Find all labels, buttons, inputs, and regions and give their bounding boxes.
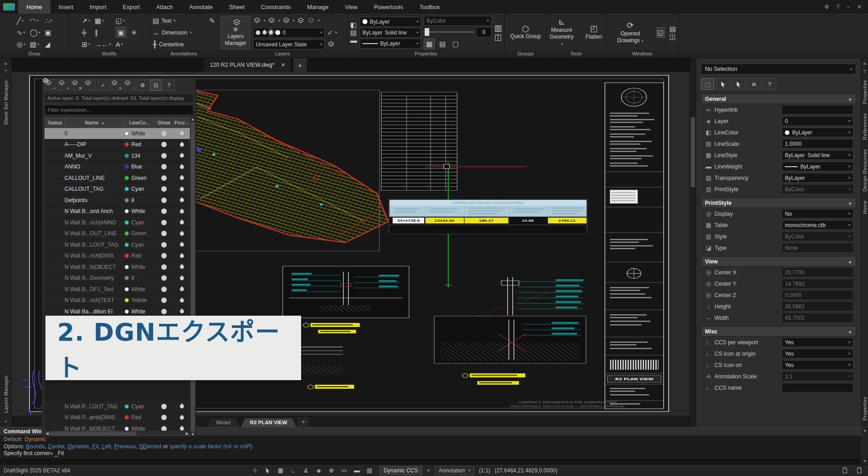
section-header-printstyle[interactable]: PrintStyle▲ <box>701 198 856 208</box>
annotation-autoscale-icon[interactable]: ▤ <box>437 39 448 50</box>
menu-powertools[interactable]: Powertools <box>366 0 411 14</box>
command-input[interactable]: : <box>0 458 861 464</box>
property-value-linestyle[interactable]: ByLayerSolid line▾ <box>782 150 853 160</box>
new-tab-button[interactable]: + <box>293 58 307 72</box>
menu-import[interactable]: Import <box>81 0 114 14</box>
layer-frozen-toggle[interactable] <box>173 198 190 202</box>
command-scrollbar[interactable]: ▲▼ <box>861 427 868 464</box>
snap-settings-icon[interactable]: ⊹ <box>250 466 260 475</box>
layer-search-icon[interactable]: ◌ <box>124 79 135 91</box>
layer-frozen-toggle[interactable] <box>173 254 190 258</box>
property-value-height[interactable]: 30.5982 <box>782 302 853 311</box>
layer-color[interactable]: White <box>124 286 154 293</box>
layer-show-toggle[interactable] <box>154 426 173 431</box>
line-tool-button[interactable]: ╱▾ <box>17 15 25 26</box>
layers-manager-tab[interactable]: Layers Manager <box>3 375 9 413</box>
pattern-tool-button[interactable]: ▦▾ <box>95 15 111 26</box>
hatch-tool-button[interactable]: ▨▾ <box>30 39 40 50</box>
layer-color[interactable]: Cyan <box>124 186 154 192</box>
layer-row[interactable]: N Wall B...ond AnchWhite <box>45 206 190 218</box>
layer-frozen-toggle[interactable] <box>173 176 190 180</box>
section-header-view[interactable]: View▲ <box>701 256 856 267</box>
menu-annotate[interactable]: Annotate <box>181 0 221 14</box>
layer-frozen-toggle[interactable] <box>173 220 190 224</box>
menu-insert[interactable]: Insert <box>50 0 82 14</box>
layer-lock-icon[interactable] <box>282 17 290 25</box>
layer-row[interactable]: N Wall B...Geometry8 <box>45 273 190 284</box>
polar-toggle-icon[interactable]: ∡ <box>301 466 311 475</box>
panel-pin-icon[interactable]: ⊤ <box>863 69 867 74</box>
grid-toggle-icon[interactable]: ▦ <box>276 466 286 475</box>
layer-show-toggle[interactable] <box>154 275 173 281</box>
property-value-center-y[interactable]: 14.7692 <box>782 279 853 288</box>
layer-frozen-toggle[interactable] <box>173 265 190 269</box>
ortho-toggle-icon[interactable]: ∟ <box>288 466 298 475</box>
layer-frozen-toggle[interactable] <box>173 243 190 247</box>
centerline-tool-button[interactable]: ╂ Centerline <box>153 39 215 50</box>
ccs-mode-button[interactable]: Dynamic CCS <box>379 466 422 475</box>
layer-show-toggle[interactable] <box>154 287 173 292</box>
menu-attach[interactable]: Attach <box>148 0 181 14</box>
section-header-misc[interactable]: Misc▲ <box>701 326 856 337</box>
panel-close-icon[interactable]: ✕ <box>863 61 866 66</box>
property-value-display[interactable]: No▾ <box>782 209 853 218</box>
annotate-hand-tool-button[interactable]: A▾ <box>116 39 127 50</box>
tab-r2-plan-view[interactable]: R2 PLAN VIEW <box>241 418 296 427</box>
layer-row[interactable]: N Wall B...OUT_LINEGreen <box>45 228 190 240</box>
property-value-style[interactable]: ByColor▾ <box>782 232 853 241</box>
layer-frozen-toggle[interactable] <box>173 298 190 302</box>
linecolor-paint-icon[interactable]: ◧ <box>350 21 357 28</box>
command-option-link[interactable]: Left <box>102 443 111 450</box>
menu-sheet[interactable]: Sheet <box>221 0 253 14</box>
gear-icon[interactable]: ⚙ <box>824 4 829 10</box>
property-value-center-z[interactable]: 0.0000 <box>782 290 853 300</box>
layer-show-toggle[interactable] <box>154 164 173 169</box>
arc-tool-button[interactable]: ◠▾ <box>30 15 40 26</box>
section-header-general[interactable]: General▲ <box>701 94 856 104</box>
ellipse-tool-button[interactable]: ◯▾ <box>30 27 40 38</box>
sheet-grid-icon[interactable] <box>854 466 864 475</box>
sheet-set-manager-tab[interactable]: Sheet Set Manager <box>3 80 9 125</box>
layers-hscrollbar[interactable]: ◀▶ <box>45 431 190 436</box>
command-option-link[interactable]: Previous <box>114 443 136 450</box>
layer-show-toggle[interactable] <box>154 208 173 214</box>
move-tool-button[interactable]: ↗▾ <box>82 15 90 26</box>
layer-show-toggle[interactable] <box>154 198 173 203</box>
command-option-link[interactable]: Fit <box>93 443 99 450</box>
layer-show-toggle[interactable] <box>154 298 173 303</box>
tab-design-resources[interactable]: Design Resources <box>862 149 868 192</box>
sheet-preview-icon[interactable] <box>840 466 850 475</box>
layers-help-icon[interactable]: ? <box>163 79 175 91</box>
erase-tool-button[interactable]: ◱▾ <box>116 15 127 26</box>
layer-frozen-toggle[interactable] <box>173 416 190 420</box>
menu-home[interactable]: Home <box>18 0 50 14</box>
layer-color[interactable]: White <box>124 130 154 137</box>
layer-row[interactable]: N Wall B...h|OBJECTWhite <box>45 262 190 273</box>
ccs-plus-icon[interactable]: + <box>427 467 430 474</box>
opened-drawings-button[interactable]: ⟳ Opened Drawings ▾ <box>609 16 652 50</box>
layer-color[interactable]: Red <box>124 141 154 148</box>
new-layer-viewport-icon[interactable]: + <box>58 79 69 91</box>
layer-row[interactable]: A-----DIPRed <box>45 139 190 151</box>
text-tool-button[interactable]: ▤ Text▾ ✎ <box>153 15 215 26</box>
merge-layers-icon[interactable] <box>84 79 96 91</box>
layer-transparency-icon[interactable]: ◫ <box>494 33 502 41</box>
property-value-lineweight[interactable]: ByLayer▾ <box>782 162 853 171</box>
lineweight-display-icon[interactable]: ▬ <box>352 466 362 475</box>
property-value-table[interactable]: monochrome.ctb▾ <box>782 220 853 230</box>
property-value-printstyle[interactable]: ByColor▾ <box>782 184 853 194</box>
pointer-mode-icon[interactable] <box>263 466 273 475</box>
transparency-slider[interactable] <box>424 31 474 33</box>
layer-color[interactable]: Cyan <box>124 242 154 248</box>
property-value-transparency[interactable]: ByLayer▾ <box>782 173 853 183</box>
layer-isolate-icon[interactable] <box>253 17 261 25</box>
property-value-layer[interactable]: 0▾ <box>782 116 853 126</box>
layer-frozen-toggle[interactable] <box>173 154 190 158</box>
property-value-annotation-scale[interactable]: 1:1▾ <box>782 372 853 381</box>
layer-show-toggle[interactable] <box>154 264 173 270</box>
layer-walk-icon[interactable] <box>297 17 305 25</box>
layer-color[interactable]: Green <box>124 230 154 237</box>
tab-close-icon[interactable]: ✕ <box>281 62 285 68</box>
select-box-pointer-icon[interactable] <box>732 78 745 90</box>
layer-show-toggle[interactable] <box>154 415 173 420</box>
